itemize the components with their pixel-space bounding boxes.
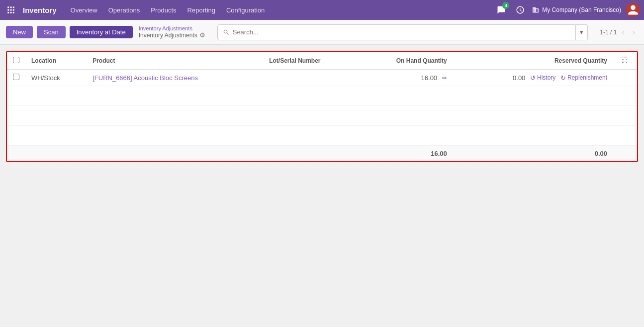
avatar-icon [627,4,639,16]
breadcrumb: Inventory Adjustments Inventory Adjustme… [139,25,205,39]
header-lot-serial: Lot/Serial Number [263,52,359,70]
nav-menu: Overview Operations Products Reporting C… [66,4,493,16]
grid-icon [6,5,15,14]
breadcrumb-current-label: Inventory Adjustments [139,32,197,39]
history-button[interactable]: ↺ History [530,74,555,82]
edit-quantity-icon[interactable]: ✏ [442,75,447,82]
top-navigation: Inventory Overview Operations Products R… [0,0,644,20]
table-footer-row: 16.00 0.00 [7,146,637,162]
settings-gear-icon[interactable]: ⚙ [199,31,205,39]
svg-rect-6 [7,12,9,13]
inventory-table-container: Location Product Lot/Serial Number On Ha… [6,51,638,162]
table-row: WH/Stock [FURN_6666] Acoustic Bloc Scree… [7,70,637,86]
search-input[interactable] [233,28,571,36]
replenishment-button[interactable]: ↻ Replenishment [560,74,607,82]
search-dropdown-button[interactable]: ▾ [576,24,588,40]
search-box [217,24,576,40]
search-area: ▾ [217,24,588,40]
new-button[interactable]: New [6,26,33,38]
header-reserved-qty: Reserved Quantity [453,52,613,70]
pagination: 1-1 / 1 ‹ › [600,27,638,38]
row-location: WH/Stock [25,70,87,86]
column-filter-button[interactable] [619,56,631,65]
company-name: My Company (San Francisco) [542,6,621,13]
svg-rect-3 [7,9,9,11]
row-product: [FURN_6666] Acoustic Bloc Screens [87,70,263,86]
pagination-prev-button[interactable]: ‹ [619,27,627,38]
footer-on-hand-total: 16.00 [359,146,453,162]
header-location: Location [25,52,87,70]
product-link[interactable]: [FURN_6666] Acoustic Bloc Screens [92,74,198,82]
svg-rect-0 [7,6,9,8]
messaging-button[interactable]: 4 [494,3,508,17]
nav-products[interactable]: Products [146,4,181,16]
svg-rect-8 [13,12,14,13]
reserved-value: 0.00 [513,74,525,82]
svg-rect-7 [10,12,12,13]
row-actions-cell [613,70,637,86]
notification-badge: 4 [502,2,509,9]
empty-row-2 [7,106,637,126]
topnav-right-area: 4 My Company (San Francisco) [494,3,640,17]
pagination-next-button[interactable]: › [630,27,638,38]
clock-button[interactable] [513,3,527,17]
nav-configuration[interactable]: Configuration [221,4,270,16]
clock-icon [516,5,525,14]
breadcrumb-parent[interactable]: Inventory Adjustments [139,25,205,31]
svg-rect-5 [13,9,14,11]
inventory-at-date-button[interactable]: Inventory at Date [70,26,133,38]
pagination-text: 1-1 / 1 [600,29,617,36]
nav-operations[interactable]: Operations [103,4,145,16]
brand-name[interactable]: Inventory [20,6,60,14]
footer-actions-cell [613,146,637,162]
row-on-hand-qty: 16.00 ✏ [359,70,453,86]
svg-rect-4 [10,9,12,11]
main-content: Location Product Lot/Serial Number On Ha… [0,45,644,168]
toolbar: New Scan Inventory at Date Inventory Adj… [0,20,644,45]
filter-icon [621,56,629,64]
search-icon [223,29,230,36]
on-hand-value: 16.00 [421,74,438,82]
nav-reporting[interactable]: Reporting [183,4,220,16]
scan-button[interactable]: Scan [37,26,66,38]
header-on-hand-qty: On Hand Quantity [359,52,453,70]
empty-row-1 [7,86,637,106]
building-icon [532,6,539,13]
row-reserved-qty: 0.00 ↺ History ↻ Replenishment [453,70,613,86]
footer-empty [7,146,359,162]
company-selector[interactable]: My Company (San Francisco) [532,6,621,13]
svg-rect-2 [13,6,14,8]
row-checkbox-cell [7,70,25,86]
footer-reserved-total: 0.00 [453,146,613,162]
history-label: History [537,74,555,81]
select-all-checkbox[interactable] [13,57,19,63]
row-lot-serial [263,70,359,86]
inventory-table: Location Product Lot/Serial Number On Ha… [7,52,637,161]
empty-row-3 [7,126,637,146]
nav-overview[interactable]: Overview [66,4,102,16]
user-avatar[interactable] [626,3,640,17]
header-checkbox-cell [7,52,25,70]
apps-menu-button[interactable] [4,3,18,17]
history-icon: ↺ [530,74,536,82]
breadcrumb-current-area: Inventory Adjustments ⚙ [139,31,205,39]
row-checkbox[interactable] [13,74,19,80]
replenishment-label: Replenishment [567,74,607,81]
header-actions [613,52,637,70]
header-product: Product [87,52,263,70]
table-header-row: Location Product Lot/Serial Number On Ha… [7,52,637,70]
replenishment-icon: ↻ [560,74,566,82]
svg-rect-1 [10,6,12,8]
